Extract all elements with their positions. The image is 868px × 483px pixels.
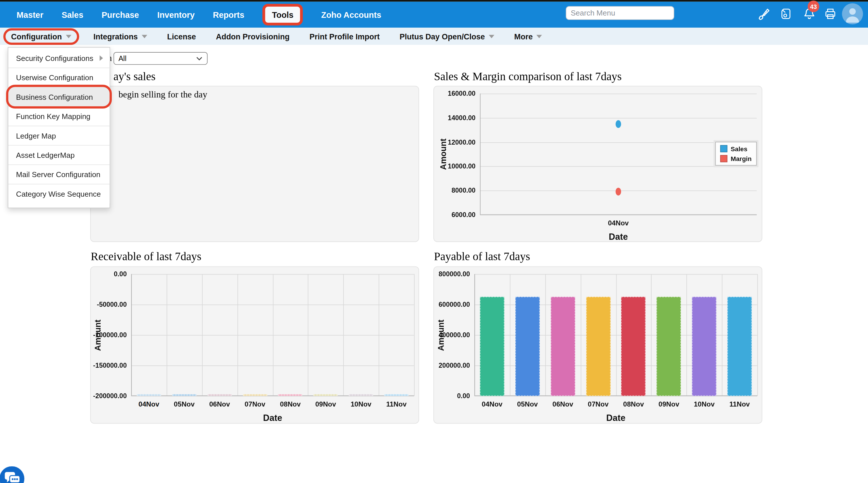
legend-swatch [720,155,727,162]
notification-count-badge: 43 [808,1,819,12]
submenu-arrow-icon [100,56,103,61]
x-tick-label: 11Nov [374,400,418,408]
subnav-item-configuration[interactable]: Configuration [3,28,79,44]
sales-margin-title: Sales & Margin comparison of last 7days [434,70,622,83]
bar-09Nov [657,297,681,396]
brush-icon[interactable] [757,7,771,21]
topnav-item-zoho-accounts[interactable]: Zoho Accounts [321,10,381,20]
y-axis-line [474,274,475,396]
bar-08Nov [278,394,303,396]
caret-down-icon [537,34,542,38]
chart-legend: SalesMargin [715,142,756,165]
user-avatar[interactable] [842,3,863,25]
horizontal-gridline [131,304,414,305]
bar-07Nov [586,297,611,396]
screen: MasterSalesPurchaseInventoryReportsTools… [0,0,868,483]
y-axis-title-text: Amount [93,320,102,351]
menu-item-label: Business Configuration [16,93,93,101]
branch-select-value: All [118,54,126,63]
x-tick-label: 04Nov [596,219,640,227]
horizontal-gridline [131,365,414,366]
horizontal-gridline [480,167,757,167]
bar-05Nov [515,297,540,396]
payable-title: Payable of last 7days [434,250,530,263]
bar-04Nov [480,297,504,396]
todays-sales-message: begin selling for the day [118,89,207,100]
menu-item-category-wise-sequence[interactable]: Category Wise Sequence [8,184,110,203]
menu-item-label: Asset LedgerMap [16,151,75,159]
topnav-item-master[interactable]: Master [17,10,43,20]
subnav-item-integrations[interactable]: Integrations [93,32,147,41]
vertical-gridline [757,274,758,396]
horizontal-gridline [131,335,414,335]
subnav-item-label: Print Profile Import [310,32,380,41]
legend-entry-margin: Margin [720,155,752,162]
menu-item-security-configurations[interactable]: Security Configurations [8,49,110,67]
legend-entry-sales: Sales [720,145,752,152]
menu-item-label: Mail Server Configuration [16,170,100,179]
subnav-item-addon-provisioning[interactable]: Addon Provisioning [216,32,289,41]
menu-item-asset-ledgermap[interactable]: Asset LedgerMap [8,145,110,164]
bar-08Nov [621,297,646,396]
y-axis-title: Amount [435,274,446,396]
subnav-item-label: Integrations [93,32,138,41]
subnav-item-label: More [514,32,533,41]
y-axis-line [131,274,132,396]
menu-item-label: Security Configurations [16,54,93,62]
y-axis-title: Amount [92,274,103,396]
subnav-item-label: License [167,32,196,41]
subnav-item-label: Plutus Day Open/Close [400,32,485,41]
print-icon[interactable] [824,7,837,21]
subnav-item-plutus-day-open-close[interactable]: Plutus Day Open/Close [400,32,494,41]
payable-chart: 800000.00600000.00400000.00200000.000.00… [433,266,762,423]
bar-11Nov [384,394,409,396]
search-input[interactable] [566,6,674,20]
menu-item-label: Function Key Mapping [16,112,91,120]
todays-sales-title: ay's sales [114,70,155,83]
topnav-item-inventory[interactable]: Inventory [157,10,194,20]
legend-label: Margin [731,155,752,162]
menu-item-label: Category Wise Sequence [16,190,101,198]
topnav-item-sales[interactable]: Sales [62,10,83,20]
point-sales-04Nov [616,120,621,128]
topnav-item-reports[interactable]: Reports [213,10,244,20]
vertical-gridline [414,274,415,396]
subnav-item-license[interactable]: License [167,32,196,41]
menu-item-mail-server-configuration[interactable]: Mail Server Configuration [8,164,110,184]
menu-item-business-configuration[interactable]: Business Configuration [8,87,110,106]
topnav-item-tools[interactable]: Tools [263,4,303,25]
menu-item-userwise-configuration[interactable]: Userwise Configuration [8,67,110,87]
caret-down-icon [142,34,147,38]
y-axis-title-text: Amount [436,320,445,351]
subnav-item-print-profile-import[interactable]: Print Profile Import [310,32,380,41]
bar-06Nov [208,394,232,396]
sales-margin-chart: 16000.0014000.0012000.0010000.008000.006… [433,86,762,242]
bar-11Nov [727,297,752,396]
menu-item-ledger-map[interactable]: Ledger Map [8,126,110,145]
branch-select[interactable]: All [114,52,208,65]
horizontal-gridline [480,118,757,118]
person-icon [842,3,863,25]
bar-07Nov [243,394,267,396]
zoho-books-icon[interactable] [779,7,793,21]
horizontal-gridline [474,396,757,396]
subnav-item-label: Configuration [11,32,62,41]
subnav-items: ConfigurationIntegrationsLicenseAddon Pr… [0,32,542,41]
bar-05Nov [172,394,196,396]
menu-item-function-key-mapping[interactable]: Function Key Mapping [8,107,110,126]
bar-09Nov [314,394,338,396]
caret-down-icon [489,34,494,38]
plot-area-payable [474,274,757,396]
configuration-dropdown-menu: Security ConfigurationsUserwise Configur… [8,47,110,208]
subnav-item-label: Addon Provisioning [216,32,289,41]
horizontal-gridline [480,93,757,94]
topnav-item-purchase[interactable]: Purchase [102,10,139,20]
legend-label: Sales [731,146,747,152]
subnav-item-more[interactable]: More [514,32,542,41]
y-axis-line [480,93,480,215]
x-axis-title: Date [474,413,757,423]
horizontal-gridline [480,215,757,215]
chat-fab-button[interactable] [0,466,25,483]
bar-10Nov [692,297,716,396]
chat-bubbles-icon [0,466,25,483]
